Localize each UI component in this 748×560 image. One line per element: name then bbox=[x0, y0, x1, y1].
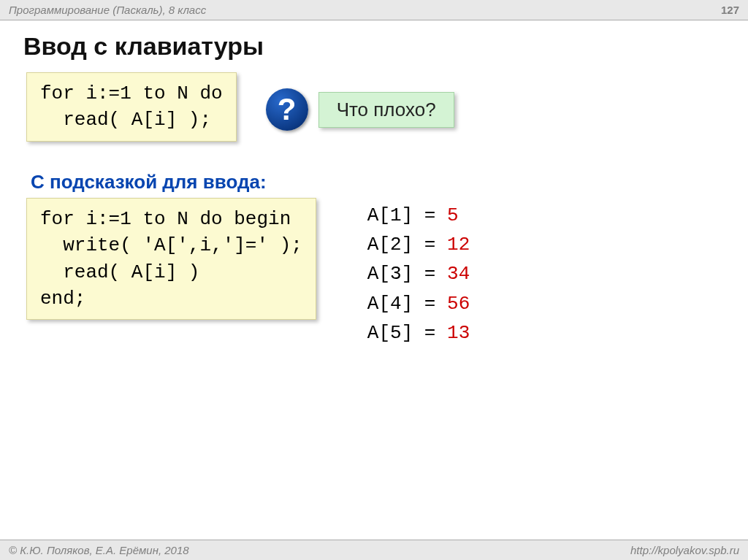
output-value: 56 bbox=[447, 293, 470, 315]
code-block-2: for i:=1 to N do begin write( 'A[',i,']=… bbox=[26, 198, 316, 321]
output-row: A[5] = 13 bbox=[367, 318, 470, 348]
question-text: Что плохо? bbox=[318, 92, 454, 128]
output-value: 5 bbox=[447, 204, 459, 226]
output-row: A[1] = 5 bbox=[367, 201, 470, 230]
footer-bar: © К.Ю. Поляков, Е.А. Ерёмин, 2018 http:/… bbox=[0, 540, 748, 560]
output-value: 13 bbox=[447, 322, 470, 344]
slide-body: Ввод с клавиатуры for i:=1 to N do read(… bbox=[0, 20, 748, 348]
page-number: 127 bbox=[721, 4, 739, 16]
output-label: A[3] = bbox=[367, 263, 436, 285]
question-mark-icon: ? bbox=[266, 88, 308, 131]
output-value: 12 bbox=[447, 234, 470, 256]
subtitle: С подсказкой для ввода: bbox=[31, 171, 728, 193]
page-title: Ввод с клавиатуры bbox=[23, 32, 728, 61]
code2-line3: read( A[i] ) bbox=[40, 261, 199, 283]
output-row: A[2] = 12 bbox=[367, 230, 470, 259]
output-row: A[4] = 56 bbox=[367, 289, 470, 318]
output-row: A[3] = 34 bbox=[367, 259, 470, 288]
output-label: A[1] = bbox=[367, 204, 436, 226]
output-label: A[4] = bbox=[367, 293, 436, 315]
output-list: A[1] = 5 A[2] = 12 A[3] = 34 A[4] = 56 A… bbox=[367, 201, 470, 348]
output-value: 34 bbox=[447, 263, 470, 285]
code1-line1: for i:=1 to N do bbox=[40, 83, 223, 104]
header-bar: Программирование (Паскаль), 8 класс 127 bbox=[0, 0, 748, 20]
code2-line2: write( 'A[',i,']=' ); bbox=[40, 234, 302, 256]
row-code-output: for i:=1 to N do begin write( 'A[',i,']=… bbox=[26, 198, 728, 348]
code2-line1: for i:=1 to N do begin bbox=[40, 208, 291, 230]
course-label: Программирование (Паскаль), 8 класс bbox=[9, 4, 206, 16]
code2-line4: end; bbox=[40, 288, 85, 310]
row-code-question: for i:=1 to N do read( A[i] ); ? Что пло… bbox=[26, 72, 728, 142]
code1-line2: read( A[i] ); bbox=[40, 109, 211, 131]
footer-authors: © К.Ю. Поляков, Е.А. Ерёмин, 2018 bbox=[9, 544, 189, 556]
output-label: A[2] = bbox=[367, 234, 436, 256]
output-label: A[5] = bbox=[367, 322, 436, 344]
question-group: ? Что плохо? bbox=[266, 88, 454, 131]
footer-url: http://kpolyakov.spb.ru bbox=[630, 544, 739, 556]
code-block-1: for i:=1 to N do read( A[i] ); bbox=[26, 72, 237, 142]
